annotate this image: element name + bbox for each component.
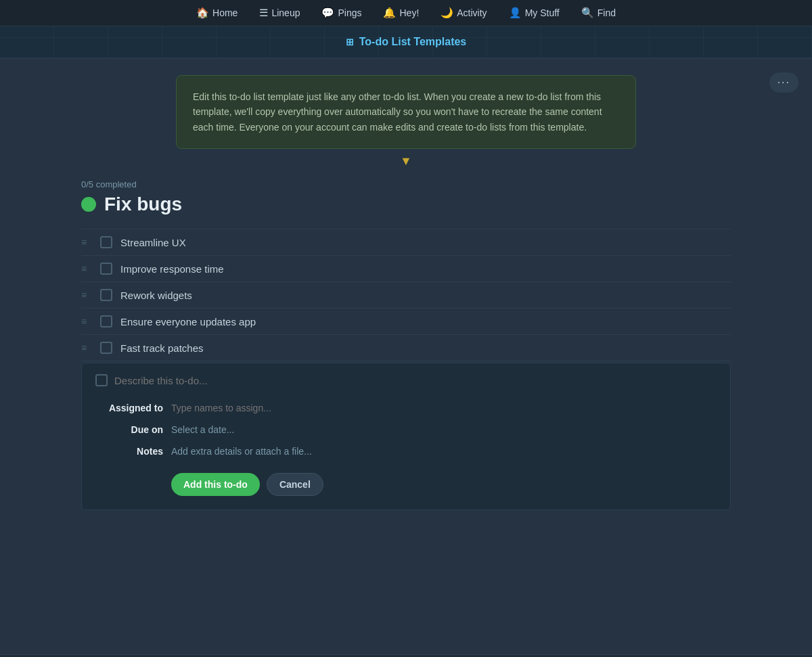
new-todo-checkbox[interactable] xyxy=(95,374,108,386)
notes-label: Notes xyxy=(95,446,163,457)
pings-icon: 💬 xyxy=(321,7,334,19)
form-actions: Add this to-do Cancel xyxy=(95,473,717,496)
new-todo-desc-row xyxy=(95,374,717,386)
todo-item-2: ≡ Improve response time xyxy=(81,256,731,282)
drag-handle-5[interactable]: ≡ xyxy=(81,342,92,353)
home-icon: 🏠 xyxy=(196,7,209,19)
nav-label-hey: Hey! xyxy=(399,7,419,18)
todo-text-2: Improve response time xyxy=(120,263,731,275)
todo-text-5: Fast track patches xyxy=(120,342,731,354)
new-todo-form: Assigned to Due on Select a date... Note… xyxy=(81,363,731,510)
assigned-to-label: Assigned to xyxy=(95,403,163,413)
notes-row: Notes Add extra details or attach a file… xyxy=(95,440,717,462)
new-todo-describe-input[interactable] xyxy=(114,375,717,386)
assigned-to-input[interactable] xyxy=(171,403,717,413)
nav-item-find[interactable]: 🔍 Find xyxy=(573,4,624,22)
header-title: To-do List Templates xyxy=(359,36,467,48)
hey-icon: 🔔 xyxy=(383,7,396,19)
due-on-value[interactable]: Select a date... xyxy=(171,424,234,435)
nav-label-lineup: Lineup xyxy=(271,7,300,18)
todo-list: ≡ Streamline UX ≡ Improve response time … xyxy=(81,229,731,361)
due-on-label: Due on xyxy=(95,424,163,435)
nav-item-mystuff[interactable]: 👤 My Stuff xyxy=(501,4,568,22)
nav-label-pings: Pings xyxy=(338,7,361,18)
todo-item-5: ≡ Fast track patches xyxy=(81,335,731,361)
nav-label-activity: Activity xyxy=(457,7,487,18)
progress-section: 0/5 completed Fix bugs ≡ Streamline UX ≡… xyxy=(81,179,731,510)
progress-label: 0/5 completed xyxy=(81,179,731,189)
todo-checkbox-3[interactable] xyxy=(100,289,112,301)
header-bar: ⊞ To-do List Templates xyxy=(0,26,812,59)
drag-handle-1[interactable]: ≡ xyxy=(81,237,92,248)
drag-handle-4[interactable]: ≡ xyxy=(81,316,92,327)
lineup-icon: ☰ xyxy=(259,7,268,19)
drag-handle-2[interactable]: ≡ xyxy=(81,263,92,274)
info-box-arrow: ▼ xyxy=(27,154,785,168)
info-box-text: Edit this to-do list template just like … xyxy=(193,89,619,135)
todo-text-4: Ensure everyone updates app xyxy=(120,316,731,327)
nav-label-home: Home xyxy=(212,7,238,18)
nav-label-find: Find xyxy=(597,7,616,18)
list-title-row: Fix bugs xyxy=(81,194,731,215)
main-content: ··· Edit this to-do list template just l… xyxy=(0,59,812,654)
todo-item-3: ≡ Rework widgets xyxy=(81,282,731,309)
due-on-row: Due on Select a date... xyxy=(95,419,717,440)
nav-item-hey[interactable]: 🔔 Hey! xyxy=(375,4,427,22)
cancel-button[interactable]: Cancel xyxy=(267,473,323,496)
notes-value[interactable]: Add extra details or attach a file... xyxy=(171,446,312,457)
grid-icon: ⊞ xyxy=(346,37,354,47)
info-box: Edit this to-do list template just like … xyxy=(176,75,636,149)
nav-label-mystuff: My Stuff xyxy=(525,7,560,18)
todo-checkbox-5[interactable] xyxy=(100,342,112,354)
todo-checkbox-2[interactable] xyxy=(100,263,112,275)
todo-item-4: ≡ Ensure everyone updates app xyxy=(81,309,731,335)
nav-item-pings[interactable]: 💬 Pings xyxy=(313,4,369,22)
nav-item-home[interactable]: 🏠 Home xyxy=(188,4,246,22)
three-dot-menu-button[interactable]: ··· xyxy=(769,72,798,93)
comment-section: C xyxy=(0,654,812,657)
assigned-to-row: Assigned to xyxy=(95,397,717,419)
top-navigation: 🏠 Home ☰ Lineup 💬 Pings 🔔 Hey! 🌙 Activit… xyxy=(0,0,812,26)
todo-item-1: ≡ Streamline UX xyxy=(81,229,731,256)
activity-icon: 🌙 xyxy=(441,7,453,19)
header-title-link[interactable]: ⊞ To-do List Templates xyxy=(346,36,467,48)
add-todo-button[interactable]: Add this to-do xyxy=(171,473,260,496)
find-icon: 🔍 xyxy=(581,7,594,19)
todo-text-3: Rework widgets xyxy=(120,290,731,301)
todo-checkbox-1[interactable] xyxy=(100,236,112,248)
list-title: Fix bugs xyxy=(104,194,182,215)
nav-item-activity[interactable]: 🌙 Activity xyxy=(432,4,495,22)
nav-item-lineup[interactable]: ☰ Lineup xyxy=(251,4,308,22)
mystuff-icon: 👤 xyxy=(509,7,522,19)
status-indicator xyxy=(81,197,96,212)
drag-handle-3[interactable]: ≡ xyxy=(81,290,92,300)
todo-text-1: Streamline UX xyxy=(120,237,731,248)
todo-checkbox-4[interactable] xyxy=(100,315,112,327)
